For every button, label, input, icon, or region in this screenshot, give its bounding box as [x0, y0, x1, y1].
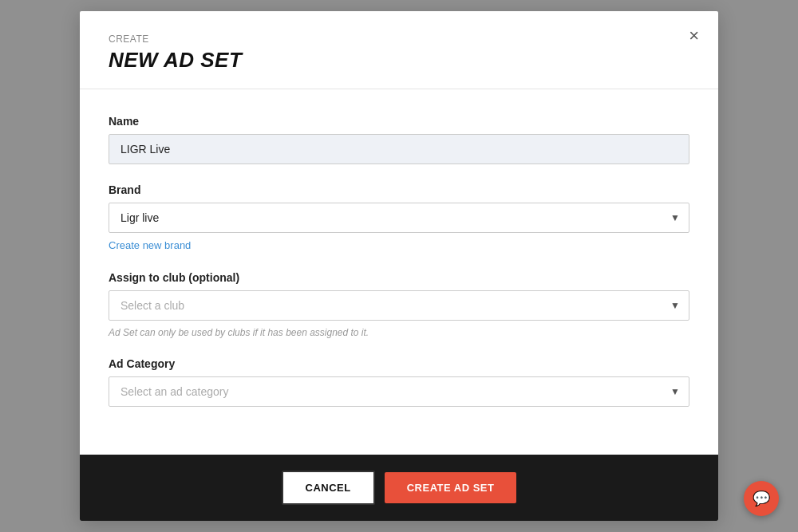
create-ad-set-button[interactable]: CREATE AD SET: [385, 472, 517, 503]
close-button[interactable]: ×: [689, 27, 699, 45]
modal-body: Name Brand Ligr live ▼ Create new brand …: [80, 89, 718, 455]
chat-button[interactable]: 💬: [744, 481, 779, 516]
modal-overlay: CREATE NEW AD SET × Name Brand Ligr live…: [0, 0, 798, 532]
modal-title: NEW AD SET: [109, 48, 689, 73]
assign-club-helper: Ad Set can only be used by clubs if it h…: [109, 327, 689, 338]
name-group: Name: [109, 115, 689, 164]
modal-footer: CANCEL CREATE AD SET: [80, 455, 718, 521]
name-input[interactable]: [109, 134, 689, 164]
ad-category-group: Ad Category Select an ad category ▼: [109, 357, 689, 407]
brand-label: Brand: [109, 183, 689, 196]
brand-select[interactable]: Ligr live: [109, 203, 689, 233]
chat-icon: 💬: [753, 490, 770, 507]
assign-club-select[interactable]: Select a club: [109, 290, 689, 321]
ad-category-label: Ad Category: [109, 357, 689, 370]
name-label: Name: [109, 115, 689, 128]
cancel-button[interactable]: CANCEL: [282, 471, 375, 505]
ad-category-select-wrapper: Select an ad category ▼: [109, 376, 689, 407]
brand-select-wrapper: Ligr live ▼: [109, 203, 689, 233]
assign-club-select-wrapper: Select a club ▼: [109, 290, 689, 321]
create-new-brand-link[interactable]: Create new brand: [109, 239, 191, 251]
modal-subtitle: CREATE: [109, 33, 689, 45]
brand-group: Brand Ligr live ▼ Create new brand: [109, 183, 689, 252]
ad-category-select[interactable]: Select an ad category: [109, 376, 689, 407]
assign-club-group: Assign to club (optional) Select a club …: [109, 271, 689, 338]
assign-club-label: Assign to club (optional): [109, 271, 689, 284]
modal-header: CREATE NEW AD SET ×: [80, 11, 718, 89]
modal-container: CREATE NEW AD SET × Name Brand Ligr live…: [80, 11, 718, 521]
